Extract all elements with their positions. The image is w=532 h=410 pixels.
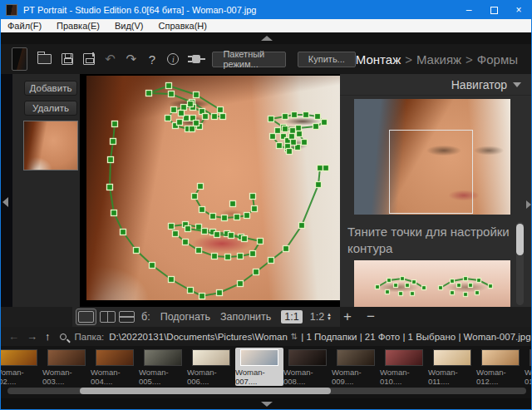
eye-left-point[interactable]: [203, 114, 209, 120]
menu-item[interactable]: Файл(F): [7, 21, 42, 31]
eye-right-point[interactable]: [287, 149, 293, 155]
plugin-icon[interactable]: [189, 51, 200, 67]
sample-brow-right-point[interactable]: [477, 279, 481, 283]
fill-button[interactable]: Заполнить: [220, 311, 271, 323]
path-sort-icon[interactable]: ⇅: [291, 332, 298, 341]
collapse-left-icon[interactable]: [2, 197, 8, 207]
nose-point[interactable]: [252, 206, 258, 212]
mouth-inner-point[interactable]: [214, 232, 220, 238]
face-outline-point[interactable]: [268, 258, 274, 264]
zoom-in-button[interactable]: +: [343, 309, 352, 325]
face-outline-point[interactable]: [112, 121, 118, 127]
filmstrip-item[interactable]: Woman-005....: [139, 348, 187, 386]
maximize-button[interactable]: [481, 1, 506, 19]
add-face-button[interactable]: Добавить: [24, 81, 77, 96]
face-outline-point[interactable]: [107, 185, 113, 190]
view-single-button[interactable]: [76, 309, 96, 325]
face-outline-point[interactable]: [318, 165, 323, 171]
face-outline-point[interactable]: [254, 269, 259, 275]
filmstrip-item[interactable]: Woman-011....: [428, 348, 476, 386]
brow-right-point[interactable]: [283, 114, 288, 120]
face-outline-point[interactable]: [134, 248, 140, 254]
mouth-outer-point[interactable]: [196, 248, 202, 254]
brow-left-point[interactable]: [212, 114, 218, 120]
brow-left-point[interactable]: [218, 107, 224, 113]
mouth-outer-point[interactable]: [196, 225, 202, 230]
mouth-outer-point[interactable]: [238, 254, 244, 259]
sample-brow-right-point[interactable]: [464, 293, 468, 297]
sample-brow-right-point[interactable]: [439, 286, 443, 290]
batch-mode-button[interactable]: Пакетный режим...: [212, 52, 285, 67]
brow-left-contour[interactable]: [149, 86, 223, 116]
thumbnail-image[interactable]: [192, 349, 230, 366]
filmstrip-item[interactable]: Woman-008....: [283, 348, 332, 386]
undo-icon[interactable]: ↶: [105, 51, 116, 67]
portrait-tool-icon[interactable]: [12, 47, 27, 71]
spinner-down-icon[interactable]: ▼: [327, 317, 332, 321]
folder-path[interactable]: D:\20220131\Documents\Pictures\Woman: [109, 332, 288, 342]
thumbnail-image[interactable]: [240, 349, 278, 366]
brow-left-point[interactable]: [220, 114, 226, 120]
face-outline-point[interactable]: [200, 294, 205, 299]
mouth-inner-point[interactable]: [202, 229, 208, 235]
navigator-preview[interactable]: [354, 99, 510, 215]
sample-brow-right-point[interactable]: [475, 291, 480, 295]
nose-point[interactable]: [230, 201, 236, 207]
brow-left-point[interactable]: [169, 91, 175, 97]
brow-right-point[interactable]: [296, 126, 302, 131]
sample-brow-left-point[interactable]: [386, 290, 390, 294]
breadcrumb-item[interactable]: Монтаж: [356, 52, 401, 67]
menu-item[interactable]: Правка(Е): [57, 21, 100, 31]
face-outline-contour[interactable]: [110, 124, 326, 296]
fit-button[interactable]: Подогнать: [160, 311, 210, 323]
sample-brow-right-point[interactable]: [457, 284, 461, 288]
zoom-100-button[interactable]: 1:1: [281, 310, 302, 324]
mouth-inner-point[interactable]: [185, 226, 191, 232]
eye-right-point[interactable]: [283, 126, 288, 132]
eye-left-point[interactable]: [171, 107, 177, 113]
sample-brow-left-point[interactable]: [376, 285, 380, 289]
mouth-outer-point[interactable]: [173, 231, 179, 237]
eye-left-point[interactable]: [181, 105, 187, 111]
collapse-up-icon[interactable]: [261, 36, 273, 41]
eye-left-point[interactable]: [179, 111, 185, 116]
filmstrip-scrollbar-thumb[interactable]: [80, 388, 331, 394]
sample-brow-right-point[interactable]: [464, 277, 468, 281]
sample-brow-left-point[interactable]: [387, 279, 392, 283]
face-outline-point[interactable]: [108, 157, 114, 163]
minimize-button[interactable]: –: [456, 1, 481, 19]
sample-brow-right-point[interactable]: [451, 279, 455, 284]
thumbnail-image[interactable]: [1, 349, 37, 366]
mouth-outer-point[interactable]: [258, 239, 264, 245]
save-as-icon[interactable]: [83, 51, 95, 67]
nose-point[interactable]: [234, 215, 240, 220]
face-outline-point[interactable]: [121, 230, 126, 235]
sample-brow-left-point[interactable]: [394, 284, 398, 288]
thumbnail-image[interactable]: [481, 349, 520, 366]
sample-brow-left-point[interactable]: [401, 277, 405, 281]
filmstrip-item[interactable]: Woman-007....: [235, 348, 283, 386]
navigator-header[interactable]: Навигатор: [340, 74, 532, 96]
brow-left-point[interactable]: [146, 91, 152, 96]
brow-right-point[interactable]: [292, 112, 298, 118]
mouth-outer-point[interactable]: [183, 240, 189, 245]
sample-brow-right-point[interactable]: [469, 284, 473, 288]
eye-right-point[interactable]: [270, 134, 276, 140]
expand-right-icon[interactable]: [526, 200, 531, 209]
face-outline-point[interactable]: [238, 281, 244, 287]
eye-right-point[interactable]: [275, 128, 281, 134]
eye-left-point[interactable]: [190, 126, 195, 132]
filmstrip-item[interactable]: Woman-003....: [42, 348, 91, 386]
face-outline-point[interactable]: [169, 277, 175, 283]
face-outline-point[interactable]: [299, 223, 305, 229]
eye-right-point[interactable]: [291, 140, 297, 146]
filmstrip-item[interactable]: Woman-002....: [1, 348, 42, 386]
thumbnail-image[interactable]: [96, 349, 134, 366]
menu-item[interactable]: Справка(Н): [159, 21, 207, 31]
sample-brow-left-point[interactable]: [411, 292, 415, 296]
thumbnail-image[interactable]: [530, 349, 531, 366]
photo-canvas[interactable]: [80, 74, 340, 307]
navigator-view-rect[interactable]: [389, 130, 473, 214]
filmstrip-item[interactable]: Woman-009....: [332, 348, 380, 386]
view-split-vertical-button[interactable]: [100, 311, 116, 323]
